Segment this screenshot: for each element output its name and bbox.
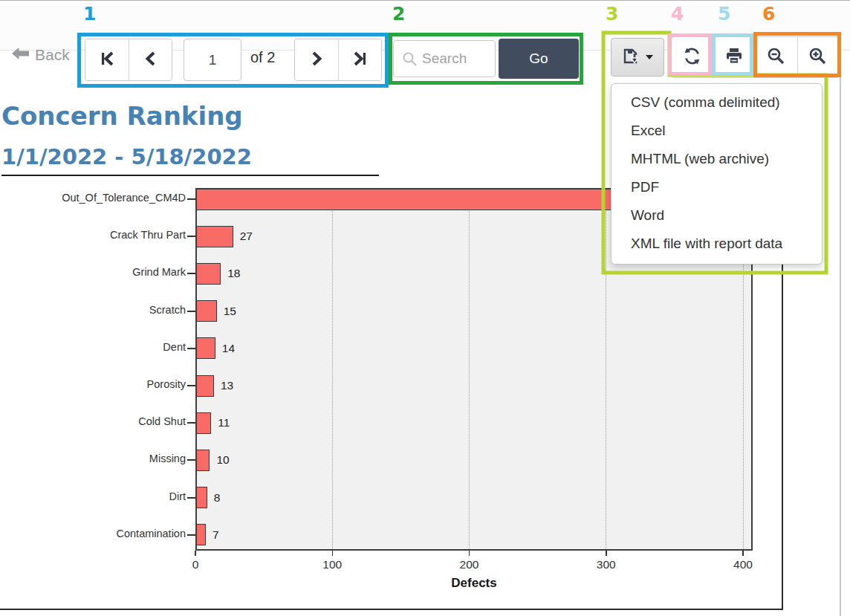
export-dropdown-button[interactable] (611, 38, 664, 77)
bar-8 (196, 450, 210, 471)
category-tick (187, 497, 195, 499)
x-tick-0 (195, 551, 196, 556)
category-label: Crack Thru Part (0, 229, 186, 241)
refresh-icon (682, 46, 702, 68)
prev-page-button[interactable] (129, 39, 172, 80)
zoom-out-button[interactable] (755, 37, 797, 77)
bar-9 (196, 487, 207, 508)
category-tick (187, 236, 195, 237)
export-menu: CSV (comma delimited) Excel MHTML (web a… (611, 83, 823, 265)
next-page-icon (308, 50, 325, 70)
zoom-in-icon (808, 47, 828, 68)
first-page-icon (98, 50, 116, 70)
x-tick-label-300: 300 (584, 558, 629, 571)
search-icon (402, 51, 418, 70)
value-label: 10 (216, 453, 229, 467)
category-tick (187, 459, 195, 461)
page-title: Concern Ranking (1, 101, 243, 131)
page-count-label: of 2 (250, 49, 275, 66)
gridline-x-100 (332, 189, 333, 549)
value-label: 18 (227, 267, 240, 280)
x-tick-label-200: 200 (447, 558, 492, 571)
category-label: Dirt (0, 490, 186, 502)
x-tick-label-0: 0 (173, 558, 218, 571)
bar-3 (196, 263, 221, 285)
bar-2 (196, 226, 233, 247)
back-button[interactable]: Back (12, 46, 70, 64)
bar-4 (196, 300, 217, 322)
last-page-icon (351, 50, 369, 70)
x-tick-100 (332, 551, 334, 556)
value-label: 15 (224, 305, 236, 318)
export-menu-item-excel[interactable]: Excel (611, 117, 822, 145)
toolbar-top-border (0, 0, 850, 1)
print-button[interactable] (713, 37, 756, 77)
x-tick-label-100: 100 (310, 558, 354, 571)
gridline-x-300 (606, 189, 606, 549)
category-tick (187, 348, 195, 349)
export-menu-item-pdf[interactable]: PDF (611, 173, 822, 201)
annotation-label-3: 3 (606, 3, 618, 25)
category-tick (187, 534, 195, 536)
report-date-range: 1/1/2022 - 5/18/2022 (1, 144, 379, 176)
x-tick-200 (469, 551, 470, 556)
pagination-group-prev (85, 39, 172, 81)
export-menu-item-xml[interactable]: XML file with report data (611, 230, 822, 258)
export-menu-item-csv[interactable]: CSV (comma delimited) (611, 88, 822, 117)
value-label: 14 (222, 342, 235, 355)
gridline-x-200 (469, 189, 470, 549)
page-number-input[interactable] (184, 39, 241, 81)
annotation-label-4: 4 (671, 3, 684, 25)
x-tick-400 (742, 551, 744, 556)
last-page-button[interactable] (338, 39, 381, 80)
caret-down-icon (646, 55, 653, 59)
back-arrow-icon (12, 46, 30, 64)
category-label: Porosity (0, 378, 186, 390)
bar-6 (196, 375, 214, 397)
category-tick (187, 198, 195, 200)
next-page-button[interactable] (295, 39, 338, 80)
annotation-label-5: 5 (718, 3, 730, 25)
value-label: 11 (218, 416, 230, 429)
report-page-bottom-border (0, 609, 782, 610)
x-tick-label-400: 400 (721, 558, 765, 571)
prev-page-icon (142, 50, 160, 70)
value-label: 27 (240, 230, 253, 243)
category-tick (187, 385, 195, 386)
annotation-label-6: 6 (762, 3, 775, 25)
category-label: Scratch (0, 304, 186, 316)
back-label: Back (35, 46, 70, 64)
category-tick (187, 422, 195, 424)
annotation-label-2: 2 (392, 3, 405, 25)
category-tick (187, 311, 195, 312)
category-label: Contamination (0, 528, 186, 539)
value-label: 7 (212, 528, 219, 542)
print-icon (724, 48, 744, 68)
refresh-button[interactable] (672, 37, 713, 77)
category-label: Out_Of_Tolerance_CM4D (0, 192, 186, 204)
category-label: Cold Shut (0, 415, 186, 427)
bar-7 (196, 412, 211, 434)
x-axis-label: Defects (195, 576, 753, 591)
category-label: Dent (0, 341, 186, 353)
category-tick (187, 273, 195, 274)
export-menu-item-mhtml[interactable]: MHTML (web archive) (611, 145, 822, 173)
save-export-icon (622, 48, 641, 68)
viewer-right-border (840, 32, 841, 616)
report-viewer: Back of 2 Go (0, 0, 850, 616)
toolbar-action-group (671, 36, 840, 78)
zoom-out-icon (767, 47, 786, 68)
category-label: Missing (0, 453, 186, 464)
pagination-group-next (294, 39, 382, 81)
value-label: 13 (221, 379, 233, 392)
bar-10 (196, 524, 206, 545)
annotation-label-1: 1 (83, 3, 96, 25)
go-button[interactable]: Go (499, 39, 579, 79)
zoom-in-button[interactable] (797, 37, 840, 77)
first-page-button[interactable] (85, 39, 129, 80)
bar-5 (196, 337, 215, 359)
export-menu-item-word[interactable]: Word (611, 201, 822, 230)
value-label: 8 (214, 491, 221, 505)
category-label: Grind Mark (0, 266, 186, 278)
x-tick-300 (606, 551, 607, 556)
